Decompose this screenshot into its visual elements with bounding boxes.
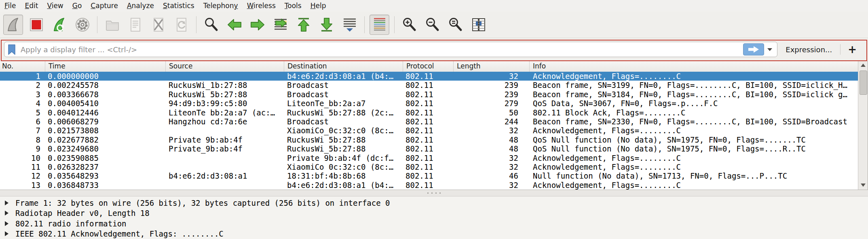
cell-destination: b4:e6:2d:d3:08:a1 (b4:… — [284, 72, 403, 81]
cell-destination: Broadcast — [284, 81, 403, 90]
cell-length: 48 — [454, 135, 530, 144]
cell-info: Beacon frame, SN=3199, FN=0, Flags=.....… — [530, 81, 858, 90]
menu-go[interactable]: Go — [68, 0, 87, 12]
cell-info: Null function (No data), SN=1713, FN=0, … — [530, 171, 858, 180]
packet-row-3[interactable]: 30.003366678RuckusWi_5b:27:88Broadcast80… — [0, 90, 858, 99]
detail-row[interactable]: Radiotap Header v0, Length 18 — [0, 208, 868, 219]
packet-row-2[interactable]: 20.002245578RuckusWi_1b:27:88Broadcast80… — [0, 81, 858, 90]
capture-options-button[interactable] — [72, 15, 92, 35]
cell-source: Private_9b:ab:4f — [166, 144, 284, 153]
scroll-up-arrow[interactable] — [858, 61, 868, 70]
stop-capture-button[interactable] — [26, 15, 46, 35]
cell-length: 32 — [454, 126, 530, 135]
cell-time: 0.000000000 — [45, 72, 166, 81]
expander-icon[interactable] — [5, 201, 8, 205]
detail-row[interactable]: 802.11 radio information — [0, 218, 868, 229]
cell-info: 802.11 Block Ack, Flags=........C — [530, 108, 858, 117]
packet-row-9[interactable]: 90.023249680Private_9b:ab:4fRuckusWi_5b:… — [0, 144, 858, 153]
sharkfin-restart-icon — [51, 17, 68, 33]
cell-destination: RuckusWi_5b:27:88 — [284, 144, 403, 153]
cell-time: 0.023249680 — [45, 144, 166, 153]
column-header-no[interactable]: No. — [0, 61, 45, 72]
add-filter-button[interactable]: + — [841, 44, 864, 55]
packet-row-5[interactable]: 50.004012446LiteonTe_bb:2a:a7 (ac:…Rucku… — [0, 108, 858, 117]
menu-view[interactable]: View — [42, 0, 68, 12]
go-to-packet-button[interactable] — [270, 15, 290, 35]
menu-file[interactable]: File — [0, 0, 20, 12]
packet-row-4[interactable]: 40.00400541094:d9:b3:99:c5:80LiteonTe_bb… — [0, 99, 858, 108]
resize-columns-button[interactable] — [469, 15, 488, 35]
auto-scroll-button[interactable] — [340, 15, 359, 35]
menu-capture[interactable]: Capture — [86, 0, 122, 12]
cell-length: 32 — [454, 162, 530, 171]
menu-help[interactable]: Help — [306, 0, 331, 12]
detail-row[interactable]: Frame 1: 32 bytes on wire (256 bits), 32… — [0, 198, 868, 208]
expander-icon[interactable] — [5, 211, 8, 216]
cell-destination: RuckusWi_5b:27:88 — [284, 135, 403, 144]
menu-telephony[interactable]: Telephony — [199, 0, 243, 12]
packet-row-6[interactable]: 60.006068279Hangzhou_cd:7a:6eBroadcast80… — [0, 117, 858, 126]
cell-source: RuckusWi_1b:27:88 — [166, 81, 284, 90]
packet-row-13[interactable]: 130.036848733b4:e6:2d:d3:08:a1 (b4:…802.… — [0, 181, 858, 190]
zoom-reset-button[interactable] — [446, 15, 465, 35]
apply-filter-button[interactable] — [743, 43, 764, 55]
expander-icon[interactable] — [5, 231, 8, 236]
display-filter-input[interactable] — [17, 45, 743, 54]
toolbar-separator — [196, 16, 196, 33]
sharkfin-icon — [5, 17, 21, 33]
zoom-in-icon — [401, 17, 418, 33]
doc-save-icon — [127, 17, 144, 33]
expander-icon[interactable] — [5, 221, 8, 226]
packet-row-7[interactable]: 70.021573808XiaomiCo_0c:32:c0 (8c:…802.1… — [0, 126, 858, 135]
scrollbar-thumb[interactable] — [860, 70, 867, 95]
cell-time: 0.021573808 — [45, 126, 166, 135]
scroll-down-arrow[interactable] — [858, 181, 868, 190]
column-header-destination[interactable]: Destination — [284, 61, 403, 72]
cell-no: 8 — [0, 135, 45, 144]
cell-protocol: 802.11 — [403, 171, 454, 180]
vertical-scrollbar[interactable] — [858, 61, 868, 190]
menu-wireless[interactable]: Wireless — [243, 0, 280, 12]
colorize-button[interactable] — [370, 15, 389, 35]
packet-row-1[interactable]: 10.000000000b4:e6:2d:d3:08:a1 (b4:…802.1… — [0, 72, 858, 81]
packet-row-8[interactable]: 80.022677882Private_9b:ab:4fRuckusWi_5b:… — [0, 135, 858, 144]
cell-no: 2 — [0, 81, 45, 90]
go-first-packet-button[interactable] — [294, 15, 313, 35]
cell-info: QoS Null function (No data), SN=1975, FN… — [530, 135, 858, 144]
menu-statistics[interactable]: Statistics — [158, 0, 199, 12]
cell-no: 12 — [0, 171, 45, 180]
packet-row-12[interactable]: 120.035648293b4:e6:2d:d3:08:a118:31:bf:4… — [0, 171, 858, 180]
cell-time: 0.006068279 — [45, 117, 166, 126]
cell-length: 239 — [454, 81, 530, 90]
cell-destination: b4:e6:2d:d3:08:a1 (b4:… — [284, 181, 403, 190]
zoom-out-button[interactable] — [422, 15, 442, 35]
start-capture-button[interactable] — [3, 15, 23, 35]
cell-no: 6 — [0, 117, 45, 126]
column-header-time[interactable]: Time — [45, 61, 166, 72]
menu-edit[interactable]: Edit — [20, 0, 42, 12]
restart-capture-button[interactable] — [49, 15, 69, 35]
bookmark-icon[interactable] — [8, 44, 16, 55]
packet-row-10[interactable]: 100.023590885Private_9b:ab:4f (dc:f…802.… — [0, 154, 858, 162]
cell-no: 3 — [0, 90, 45, 99]
find-packet-button[interactable] — [201, 15, 221, 35]
pane-splitter[interactable] — [0, 190, 868, 196]
expression-button[interactable]: Expression... — [777, 45, 840, 54]
filter-dropdown-caret[interactable] — [767, 48, 772, 51]
cell-protocol: 802.11 — [403, 126, 454, 135]
column-header-info[interactable]: Info — [530, 61, 858, 72]
packet-row-11[interactable]: 110.026328237XiaomiCo_0c:32:c0 (8c:…802.… — [0, 162, 858, 171]
go-back-button[interactable] — [224, 15, 244, 35]
menu-analyze[interactable]: Analyze — [122, 0, 158, 12]
menu-tools[interactable]: Tools — [280, 0, 306, 12]
go-forward-button[interactable] — [247, 15, 267, 35]
go-last-packet-button[interactable] — [317, 15, 336, 35]
column-header-length[interactable]: Length — [454, 61, 530, 72]
zoom-in-button[interactable] — [399, 15, 419, 35]
column-header-protocol[interactable]: Protocol — [403, 61, 454, 72]
cell-time: 0.004005410 — [45, 99, 166, 108]
cell-source: Hangzhou_cd:7a:6e — [166, 117, 284, 126]
detail-row[interactable]: IEEE 802.11 Acknowledgement, Flags: ....… — [0, 229, 868, 239]
cell-info: Acknowledgement, Flags=........C — [530, 154, 858, 162]
column-header-source[interactable]: Source — [166, 61, 284, 72]
